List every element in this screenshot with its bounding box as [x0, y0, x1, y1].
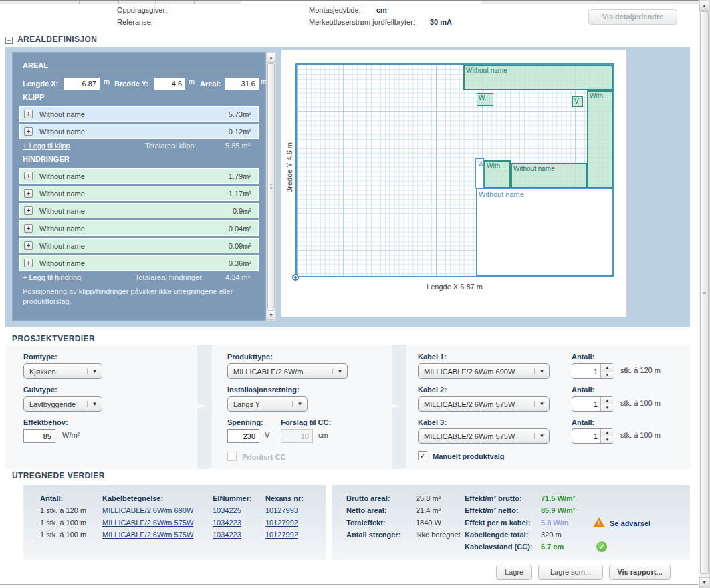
- klipp-row[interactable]: + Without name 0.12m²: [19, 124, 259, 139]
- hindring-rect[interactable]: V: [572, 96, 583, 107]
- antall3-stepper[interactable]: ▲▼: [572, 428, 614, 444]
- antall1-stepper[interactable]: ▲▼: [572, 363, 614, 379]
- collapse-icon[interactable]: −: [5, 37, 13, 44]
- hindring-rect[interactable]: Without name: [463, 65, 613, 90]
- kabel1-select[interactable]: MILLICABLE/2 6W/m 690W ▼: [418, 363, 550, 379]
- cable-link[interactable]: MILLICABLE/2 6W/m 575W: [102, 531, 193, 539]
- expand-icon[interactable]: +: [24, 259, 33, 267]
- expand-icon[interactable]: +: [24, 241, 33, 250]
- manuelt-produktvalg-checkbox[interactable]: ✓: [418, 451, 427, 460]
- scrollbar-thumb[interactable]: [267, 63, 275, 309]
- cable-link[interactable]: MILLICABLE/2 6W/m 690W: [102, 506, 193, 514]
- bottom-border: [0, 584, 699, 585]
- spinner-down-icon[interactable]: ▼: [601, 436, 614, 444]
- kabellengde-value: 320 m: [541, 531, 562, 539]
- hindring-rect[interactable]: W...: [477, 93, 493, 106]
- spinner-up-icon[interactable]: ▲: [601, 397, 614, 404]
- scroll-up-icon[interactable]: ▲: [267, 53, 275, 63]
- expand-icon[interactable]: +: [24, 127, 33, 136]
- klipp-rect[interactable]: W: [475, 158, 484, 188]
- elnummer-link[interactable]: 1034225: [213, 506, 241, 514]
- lagre-button[interactable]: Lagre: [496, 565, 532, 580]
- kabel3-select[interactable]: MILLICABLE/2 6W/m 575W ▼: [418, 428, 550, 444]
- nexans-link[interactable]: 10127993: [265, 506, 298, 514]
- areal-panel: AREAL Lengde X: m Bredde Y: m Areal: m² …: [12, 52, 266, 321]
- hindring-row[interactable]: + Without name 1.17m²: [19, 186, 259, 201]
- spinner-up-icon[interactable]: ▲: [601, 364, 614, 372]
- effektbehov-input[interactable]: [23, 429, 55, 443]
- antall2-stepper[interactable]: ▲▼: [572, 396, 614, 412]
- se-advarsel-link[interactable]: Se advarsel: [610, 519, 650, 527]
- areal-input[interactable]: [225, 78, 259, 90]
- arealdefinisjon-section: AREAL Lengde X: m Bredde Y: m Areal: m² …: [5, 47, 690, 327]
- hindring-rect[interactable]: With...: [484, 160, 511, 188]
- arealdefinisjon-header: −AREALDEFINISJON: [5, 35, 97, 44]
- scroll-down-icon[interactable]: ▼: [699, 577, 709, 587]
- romtype-label: Romtype:: [23, 353, 57, 361]
- gulvtype-select[interactable]: Lavtbyggende ▼: [23, 396, 102, 412]
- referanse-label: Referanse:: [117, 18, 153, 26]
- spenning-input[interactable]: [227, 429, 259, 443]
- lengde-x-input[interactable]: [64, 78, 100, 90]
- hindring-row[interactable]: + Without name 0.36m²: [19, 255, 259, 271]
- expand-icon[interactable]: +: [24, 224, 33, 233]
- floorplan-canvas[interactable]: Bredde Y 4.6 m Without name W... V With.…: [281, 49, 627, 317]
- col-elnummer: ElNummer:: [213, 494, 252, 502]
- spinner-up-icon[interactable]: ▲: [601, 429, 614, 436]
- hindring-name: Without name: [39, 172, 229, 180]
- nexans-link[interactable]: 10127992: [265, 519, 298, 527]
- chevron-decoration: [392, 404, 406, 469]
- hindring-row[interactable]: + Without name 0.09m²: [19, 238, 259, 253]
- produkttype-select[interactable]: MILLICABLE/2 6W/m ▼: [227, 363, 348, 379]
- hindring-row[interactable]: + Without name 1.79m²: [19, 168, 259, 184]
- hindring-name: Without name: [39, 242, 229, 250]
- panel-scrollbar[interactable]: ▲ ▼: [266, 52, 276, 321]
- lengde-x-label: Lengde X:: [23, 80, 58, 88]
- klipp-row[interactable]: + Without name 5.73m²: [19, 106, 259, 122]
- forslag-cc-input[interactable]: [281, 429, 313, 443]
- legg-til-hindring-link[interactable]: + Legg til hindring: [23, 273, 81, 281]
- hindring-area: 0.09m²: [229, 242, 251, 250]
- vis-detaljer-button[interactable]: Vis detaljer/endre: [588, 9, 677, 25]
- hindring-row[interactable]: + Without name 0.9m²: [19, 203, 259, 218]
- lagre-som-button[interactable]: Lagre som...: [538, 565, 603, 580]
- scroll-down-icon[interactable]: ▼: [267, 310, 275, 320]
- prioritert-cc-checkbox[interactable]: [227, 452, 237, 461]
- scroll-up-icon[interactable]: ▲: [699, 1, 709, 11]
- cable-link[interactable]: MILLICABLE/2 6W/m 575W: [102, 519, 193, 527]
- antall2-input[interactable]: [572, 397, 600, 411]
- cell-antall: 1 stk. á 100 m: [40, 531, 86, 539]
- klipp-rect[interactable]: Without name: [476, 188, 613, 276]
- antall3-input[interactable]: [572, 429, 600, 443]
- expand-icon[interactable]: +: [24, 206, 33, 215]
- klipp-area: 0.12m²: [229, 128, 251, 136]
- legg-til-klipp-link[interactable]: + Legg til klipp: [23, 142, 70, 150]
- installasjonsretning-select[interactable]: Langs Y ▼: [227, 396, 308, 412]
- vis-rapport-button[interactable]: Vis rapport...: [609, 565, 671, 580]
- expand-icon[interactable]: +: [24, 110, 33, 118]
- antall1-input[interactable]: [572, 364, 600, 378]
- main-scrollbar[interactable]: ▲ ▼: [699, 0, 710, 588]
- elnummer-link[interactable]: 1034223: [213, 519, 241, 527]
- expand-icon[interactable]: +: [24, 189, 33, 198]
- tab-divider: [194, 1, 195, 4]
- divider: [21, 73, 257, 74]
- scrollbar-thumb[interactable]: [700, 11, 709, 574]
- antall1-label: Antall:: [572, 353, 594, 361]
- spinner-down-icon[interactable]: ▼: [601, 404, 614, 412]
- spinner-down-icon[interactable]: ▼: [601, 372, 614, 379]
- bredde-y-input[interactable]: [154, 78, 185, 90]
- elnummer-link[interactable]: 1034223: [213, 531, 241, 539]
- expand-icon[interactable]: +: [24, 172, 33, 180]
- kabel1-value: MILLICABLE/2 6W/m 690W: [419, 368, 534, 376]
- cable-table-panel: Antall: Kabelbetegnelse: ElNummer: Nexan…: [23, 485, 326, 560]
- romtype-select[interactable]: Kjøkken ▼: [23, 363, 102, 379]
- kabel2-select[interactable]: MILLICABLE/2 6W/m 575W ▼: [418, 396, 550, 412]
- room-outline[interactable]: Without name W... V With... W With... Wi…: [295, 63, 614, 277]
- nexans-link[interactable]: 10127992: [265, 531, 298, 539]
- tab-divider: [79, 1, 80, 4]
- hindring-row[interactable]: + Without name 0.04m²: [19, 220, 259, 236]
- hindring-rect[interactable]: With...: [587, 90, 613, 188]
- hindring-rect[interactable]: Without name: [511, 163, 587, 188]
- ok-check-icon: ✓: [596, 541, 607, 552]
